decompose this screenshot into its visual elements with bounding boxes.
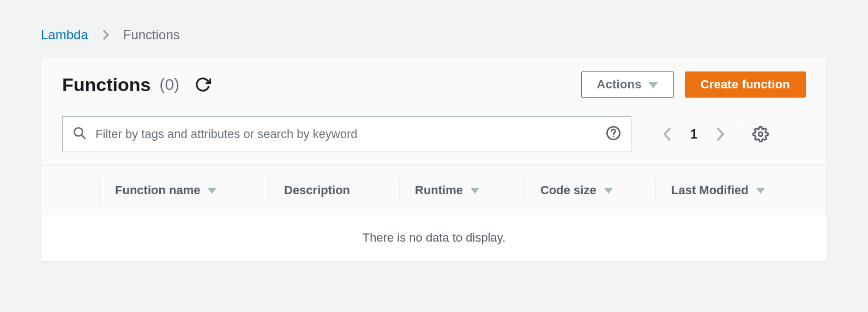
gear-icon	[752, 126, 769, 142]
next-page-button[interactable]	[715, 126, 726, 142]
svg-marker-0	[648, 82, 658, 88]
page-number: 1	[690, 127, 697, 142]
empty-state: There is no data to display.	[41, 215, 827, 261]
svg-marker-6	[208, 188, 216, 194]
column-runtime[interactable]: Runtime	[399, 177, 525, 203]
caret-down-icon	[648, 77, 658, 92]
svg-marker-9	[756, 188, 765, 194]
column-select-all	[41, 177, 99, 203]
search-icon	[73, 126, 87, 142]
svg-point-5	[759, 132, 763, 136]
refresh-button[interactable]	[195, 76, 211, 93]
chevron-right-icon	[101, 28, 110, 41]
sort-icon	[756, 183, 765, 197]
column-runtime-label: Runtime	[415, 183, 463, 197]
column-function-name-label: Function name	[115, 183, 200, 197]
pagination: 1	[662, 126, 726, 142]
panel-header: Functions (0) Actions Create function	[41, 58, 827, 107]
actions-button[interactable]: Actions	[581, 71, 674, 98]
settings-button[interactable]	[752, 126, 769, 142]
column-code-size[interactable]: Code size	[525, 177, 655, 203]
column-function-name[interactable]: Function name	[99, 177, 268, 203]
svg-line-2	[81, 135, 85, 139]
column-description-label: Description	[284, 183, 350, 197]
table-header: Function name Description Runtime Code s…	[41, 165, 827, 215]
sort-icon	[604, 183, 613, 197]
toolbar: 1	[41, 107, 827, 165]
column-description[interactable]: Description	[268, 177, 399, 203]
create-function-button[interactable]: Create function	[685, 71, 806, 98]
sort-icon	[471, 183, 479, 197]
column-last-modified[interactable]: Last Modified	[655, 177, 827, 203]
breadcrumb-current: Functions	[123, 27, 180, 43]
page-title: Functions	[62, 74, 150, 95]
breadcrumb-root-link[interactable]: Lambda	[41, 27, 88, 43]
svg-marker-8	[604, 188, 613, 194]
search-input[interactable]	[87, 127, 606, 141]
create-function-label: Create function	[701, 77, 790, 92]
column-last-modified-label: Last Modified	[671, 183, 749, 197]
actions-button-label: Actions	[597, 77, 642, 92]
column-code-size-label: Code size	[540, 183, 596, 197]
prev-page-button[interactable]	[662, 126, 673, 142]
function-count: (0)	[159, 75, 179, 94]
refresh-icon	[195, 76, 211, 93]
functions-panel: Functions (0) Actions Create function	[41, 58, 827, 262]
help-icon[interactable]	[606, 125, 621, 143]
search-container	[62, 116, 631, 152]
svg-marker-7	[471, 188, 479, 194]
sort-icon	[208, 183, 216, 197]
breadcrumb: Lambda Functions	[41, 27, 827, 43]
